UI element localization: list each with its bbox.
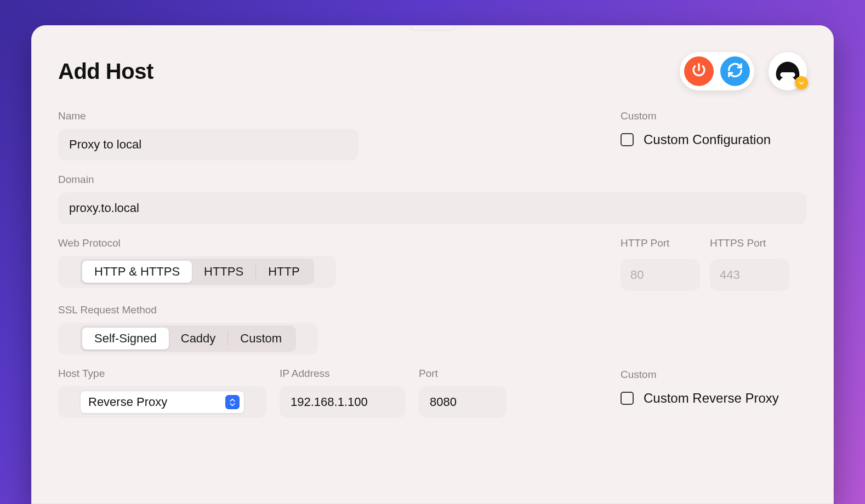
name-section: Name — [58, 110, 588, 161]
web-protocol-section: Web Protocol HTTP & HTTPS HTTPS HTTP — [58, 237, 588, 291]
http-port-label: HTTP Port — [621, 237, 700, 249]
avatar[interactable] — [769, 52, 807, 90]
spacer — [621, 304, 807, 368]
custom-reverse-proxy-section: Custom Custom Reverse Proxy — [621, 369, 807, 418]
web-protocol-label: Web Protocol — [58, 237, 588, 249]
web-protocol-segmented: HTTP & HTTPS HTTPS HTTP — [58, 256, 336, 288]
https-port-label: HTTPS Port — [710, 237, 789, 249]
ssl-caddy[interactable]: Caddy — [169, 328, 228, 350]
custom-config-section: Custom Custom Configuration — [621, 110, 807, 161]
host-type-label: Host Type — [58, 368, 266, 380]
custom-heading-2: Custom — [621, 369, 807, 381]
custom-reverse-proxy-row: Custom Reverse Proxy — [621, 391, 807, 406]
domain-label: Domain — [58, 174, 807, 186]
refresh-button[interactable] — [720, 56, 750, 86]
host-type-select[interactable]: Reverse Proxy — [80, 391, 244, 414]
custom-reverse-proxy-checkbox[interactable] — [621, 392, 634, 405]
app-window: Add Host — [31, 25, 834, 504]
ssl-method-section: SSL Request Method Self-Signed Caddy Cus… — [58, 304, 588, 354]
page-title: Add Host — [58, 59, 153, 84]
svg-rect-0 — [780, 72, 795, 77]
refresh-icon — [727, 62, 743, 81]
port-label: Port — [419, 368, 507, 380]
action-pill — [680, 52, 754, 90]
custom-config-row: Custom Configuration — [621, 132, 807, 147]
protocol-https[interactable]: HTTPS — [192, 261, 255, 283]
ip-address-label: IP Address — [280, 368, 406, 380]
protocol-http-https[interactable]: HTTP & HTTPS — [82, 261, 192, 283]
custom-heading-1: Custom — [621, 110, 807, 122]
https-port-input[interactable] — [710, 259, 789, 291]
ssl-method-label: SSL Request Method — [58, 304, 588, 316]
header: Add Host — [58, 52, 807, 90]
power-icon — [691, 62, 707, 81]
port-input[interactable] — [419, 386, 507, 418]
name-label: Name — [58, 110, 588, 122]
custom-config-checkbox[interactable] — [621, 133, 634, 146]
ssl-custom[interactable]: Custom — [228, 328, 294, 350]
protocol-http[interactable]: HTTP — [256, 261, 311, 283]
custom-reverse-proxy-label: Custom Reverse Proxy — [644, 391, 779, 406]
ip-address-input[interactable] — [280, 386, 406, 418]
domain-section: Domain — [58, 174, 807, 224]
name-input[interactable] — [58, 129, 358, 161]
host-type-value: Reverse Proxy — [88, 395, 219, 409]
header-actions — [680, 52, 807, 90]
custom-config-label: Custom Configuration — [644, 132, 771, 147]
domain-input[interactable] — [58, 192, 807, 224]
select-arrows-icon — [225, 395, 240, 409]
ssl-self-signed[interactable]: Self-Signed — [82, 328, 169, 350]
host-type-section: Host Type Reverse Proxy — [58, 368, 588, 418]
ssl-method-segmented: Self-Signed Caddy Custom — [58, 323, 318, 354]
power-button[interactable] — [684, 56, 714, 86]
form: Name Custom Custom Configuration Domain — [58, 110, 807, 431]
content-area: Add Host — [32, 26, 833, 503]
http-port-input[interactable] — [621, 259, 700, 291]
ports-section: HTTP Port HTTPS Port — [621, 237, 807, 291]
verified-badge-icon — [795, 76, 808, 89]
